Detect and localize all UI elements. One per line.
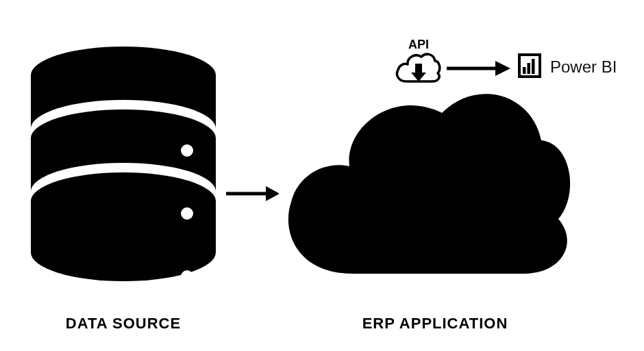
svg-rect-16 — [415, 64, 422, 73]
cloud-icon — [277, 86, 572, 290]
svg-marker-17 — [411, 73, 426, 81]
svg-point-11 — [181, 144, 193, 157]
api-cloud-icon — [394, 51, 442, 92]
svg-point-13 — [181, 270, 193, 283]
power-bi-label: Power BI — [550, 57, 617, 77]
power-bi-icon — [514, 51, 544, 83]
svg-rect-20 — [523, 67, 526, 74]
database-icon — [24, 41, 223, 304]
arrow-db-to-cloud — [225, 183, 280, 207]
svg-rect-21 — [528, 63, 531, 74]
erp-application-label: ERP APPLICATION — [346, 315, 524, 333]
diagram-canvas: API Power BI DATA SOURCE ERP APPLI — [0, 0, 644, 351]
svg-marker-19 — [495, 61, 510, 76]
svg-point-12 — [181, 207, 193, 220]
api-label: API — [401, 38, 436, 52]
arrow-api-to-powerbi — [445, 58, 510, 81]
svg-rect-22 — [532, 59, 535, 74]
data-source-label: DATA SOURCE — [45, 315, 202, 333]
